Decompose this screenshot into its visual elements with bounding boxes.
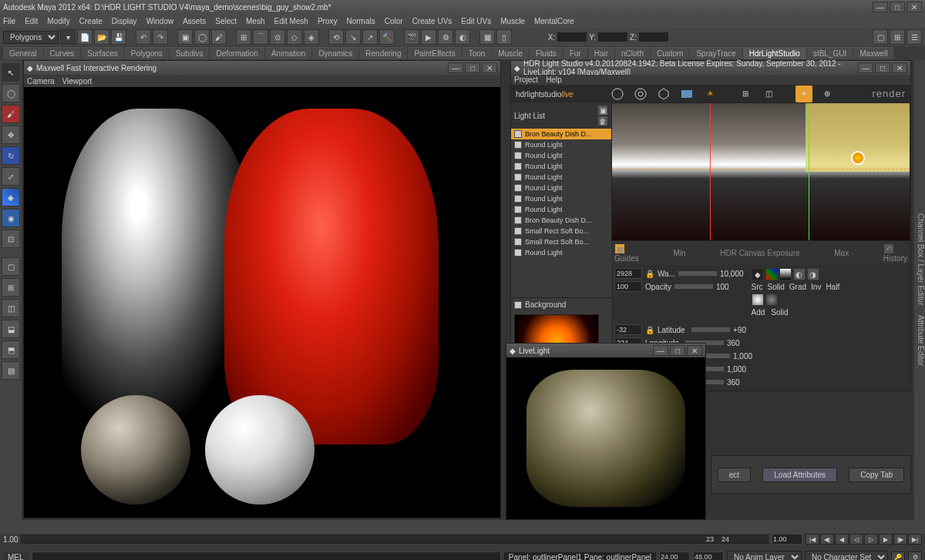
autokey-icon[interactable]: 🔑 <box>891 552 905 560</box>
tab-fluids[interactable]: Fluids <box>530 47 563 59</box>
snap-point-icon[interactable]: ⊙ <box>270 29 285 45</box>
tab-toon[interactable]: Toon <box>462 47 492 59</box>
range-end1-input[interactable] <box>659 552 690 560</box>
select-button[interactable]: ect <box>718 468 751 482</box>
light-visibility-checkbox[interactable] <box>514 216 522 224</box>
mel-label[interactable]: MEL <box>3 552 29 561</box>
maxwell-minimize-button[interactable]: — <box>448 62 463 73</box>
coord-x-input[interactable] <box>557 32 587 42</box>
history-icon[interactable]: ⟲ <box>328 29 344 45</box>
blend-solid-icon[interactable] <box>765 268 778 280</box>
light-item[interactable]: Round Light <box>511 247 611 258</box>
channel-box-tab[interactable]: Channel Box / Layer Editor <box>917 213 925 306</box>
coord-y-input[interactable] <box>597 32 628 42</box>
latitude-slider[interactable] <box>691 327 730 332</box>
undo-icon[interactable]: ↶ <box>136 29 151 45</box>
render-icon[interactable]: 🎬 <box>404 29 419 45</box>
blend-grad-icon[interactable] <box>779 268 792 280</box>
opacity-input[interactable] <box>614 281 642 292</box>
range-start-input[interactable] <box>772 534 802 545</box>
character-set-select[interactable]: No Character Set <box>805 551 888 561</box>
paint-select-icon[interactable]: 🖌 <box>211 29 227 45</box>
goto-end-icon[interactable]: ▶| <box>908 534 922 545</box>
tab-general[interactable]: General <box>3 47 43 59</box>
tab-polygons[interactable]: Polygons <box>125 47 169 59</box>
soft-mod-icon[interactable]: ◉ <box>2 209 20 227</box>
hdr-titlebar[interactable]: ◆ HDR Light Studio v4.0.20120824.1942. B… <box>511 61 910 75</box>
light-visibility-checkbox[interactable] <box>514 163 522 170</box>
tab-hair[interactable]: Hair <box>588 47 614 59</box>
ring-light-icon[interactable] <box>632 86 649 102</box>
play-forward-icon[interactable]: ▷ <box>864 534 878 545</box>
light-visibility-checkbox[interactable] <box>514 249 522 257</box>
watts-input[interactable] <box>614 268 642 279</box>
layout-icon[interactable]: ▦ <box>479 29 495 45</box>
split-view-icon[interactable]: ◫ <box>760 86 777 102</box>
hex-light-icon[interactable] <box>655 86 672 102</box>
light-item[interactable]: Small Rect Soft Bo... <box>511 236 611 247</box>
light-visibility-checkbox[interactable] <box>514 238 522 246</box>
blend-inv-icon[interactable]: ◐ <box>793 268 806 280</box>
menu-muscle[interactable]: Muscle <box>500 17 525 25</box>
tab-sibl[interactable]: sIBL_GUI <box>807 47 853 59</box>
select-mode-icon[interactable]: ▣ <box>177 29 193 45</box>
goto-start-icon[interactable]: |◀ <box>806 534 819 545</box>
step-forward-icon[interactable]: ▶ <box>879 534 893 545</box>
hdr-menu-project[interactable]: Project <box>514 75 538 84</box>
livelight-minimize-button[interactable]: — <box>653 345 668 356</box>
step-forward-key-icon[interactable]: |▶ <box>893 534 907 545</box>
hdr-render-button[interactable]: render <box>872 88 906 99</box>
menu-color[interactable]: Color <box>385 17 403 25</box>
tab-custom[interactable]: Custom <box>651 47 689 59</box>
lasso-icon[interactable]: ◯ <box>194 29 210 45</box>
menu-modify[interactable]: Modify <box>47 17 69 25</box>
tab-painteffects[interactable]: PaintEffects <box>408 47 461 59</box>
menu-mesh[interactable]: Mesh <box>246 17 264 25</box>
light-item[interactable]: Round Light <box>511 150 611 161</box>
tab-ncloth[interactable]: nCloth <box>615 47 650 59</box>
snap-grid-icon[interactable]: ⊞ <box>236 29 251 45</box>
maxwell-close-button[interactable]: ✕ <box>482 62 497 73</box>
maxwell-menu-camera[interactable]: Camera <box>27 77 55 86</box>
lock-icon[interactable]: 🔒 <box>645 270 654 278</box>
light-item[interactable]: Round Light <box>511 161 611 172</box>
maxwell-maximize-button[interactable]: □ <box>465 62 480 73</box>
light-visibility-checkbox[interactable] <box>514 130 522 138</box>
guides-toggle-icon[interactable]: ▦ <box>614 243 625 254</box>
last-tool-icon[interactable]: ⊡ <box>2 230 20 248</box>
menu-edit-uvs[interactable]: Edit UVs <box>461 17 491 25</box>
light-visibility-checkbox[interactable] <box>514 195 522 203</box>
range-end2-input[interactable] <box>693 552 724 560</box>
picture-light-icon[interactable] <box>678 86 695 102</box>
blend-half-icon[interactable]: ◑ <box>807 268 819 280</box>
mel-command-input[interactable] <box>32 552 501 561</box>
light-visibility-checkbox[interactable] <box>514 173 522 181</box>
menu-select[interactable]: Select <box>215 17 237 25</box>
maxwell-render-view[interactable] <box>24 87 500 518</box>
maxwell-menu-viewport[interactable]: Viewport <box>62 77 92 86</box>
light-visibility-checkbox[interactable] <box>514 206 522 213</box>
snap-curve-icon[interactable]: ⌒ <box>253 29 268 45</box>
rotate-tool-icon[interactable]: ↻ <box>2 146 20 165</box>
tab-fur[interactable]: Fur <box>563 47 587 59</box>
light-item[interactable]: Round Light <box>511 183 611 193</box>
menu-proxy[interactable]: Proxy <box>318 17 338 25</box>
anim-layer-select[interactable]: No Anim Layer <box>727 551 802 561</box>
load-attributes-button[interactable]: Load Attributes <box>762 468 837 482</box>
manip-tool-icon[interactable]: ◆ <box>2 188 20 206</box>
light-item[interactable]: Round Light <box>511 139 611 150</box>
hdr-menu-help[interactable]: Help <box>546 75 562 84</box>
maximize-button[interactable]: □ <box>890 2 905 12</box>
light-visibility-checkbox[interactable] <box>514 227 522 235</box>
menu-edit-mesh[interactable]: Edit Mesh <box>274 17 308 25</box>
blend-src-icon[interactable]: ◆ <box>752 268 764 280</box>
menu-create-uvs[interactable]: Create UVs <box>412 17 452 25</box>
lock-icon[interactable]: 🔒 <box>645 326 654 334</box>
light-item[interactable]: Round Light <box>511 172 611 183</box>
grid-view-icon[interactable]: ⊞ <box>737 86 754 102</box>
light-item[interactable]: Round Light <box>511 193 611 204</box>
delete-light-icon[interactable]: 🗑 <box>597 116 608 126</box>
solid-mode-icon[interactable] <box>765 293 778 306</box>
sun-light-icon[interactable]: ☀ <box>701 86 718 102</box>
livelight-titlebar[interactable]: ◆ LiveLight — □ ✕ <box>506 344 705 357</box>
